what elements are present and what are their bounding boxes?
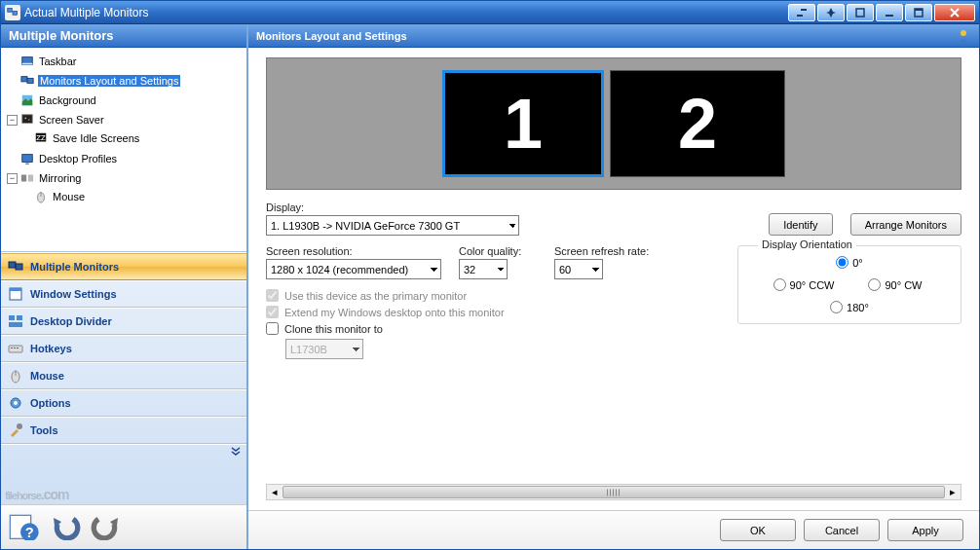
tree-item-screensaver[interactable]: −Screen Saver — [5, 111, 245, 128]
divider-icon — [7, 312, 24, 330]
svg-rect-27 — [10, 288, 21, 291]
help-icon[interactable]: ? — [9, 514, 40, 541]
svg-rect-5 — [886, 15, 893, 17]
collapse-icon[interactable]: − — [7, 173, 18, 184]
svg-rect-4 — [856, 9, 864, 17]
svg-rect-0 — [8, 8, 13, 12]
monitors-preview[interactable]: 1 2 — [266, 57, 961, 190]
clone-checkbox-row[interactable]: Clone this monitor to — [266, 322, 708, 335]
sidebar-header: Multiple Monitors — [1, 24, 246, 48]
dialog-footer: OK Cancel Apply — [248, 510, 979, 549]
monitors-icon — [19, 73, 35, 89]
nav-desktop-divider[interactable]: Desktop Divider — [1, 308, 246, 335]
svg-point-38 — [14, 401, 18, 405]
svg-rect-33 — [14, 348, 16, 348]
extend-desktop-checkbox-row: Extend my Windows desktop onto this moni… — [266, 306, 708, 318]
redo-icon[interactable] — [91, 514, 122, 541]
screensaver-icon — [19, 112, 35, 128]
titlebar[interactable]: Actual Multiple Monitors — [1, 1, 979, 24]
scroll-thumb[interactable] — [283, 486, 945, 498]
extend-desktop-checkbox — [266, 306, 279, 318]
sidebar: Multiple Monitors Taskbar Monitors Layou… — [1, 24, 248, 549]
svg-rect-11 — [27, 78, 33, 83]
refresh-select[interactable]: 60 — [554, 259, 603, 279]
tree-item-background[interactable]: Background — [5, 92, 245, 109]
tree-item-taskbar[interactable]: Taskbar — [5, 53, 245, 70]
extra-button-2[interactable] — [817, 4, 845, 21]
clone-checkbox[interactable] — [266, 322, 279, 335]
minimize-button[interactable] — [876, 4, 903, 21]
svg-rect-30 — [9, 322, 22, 327]
tree-item-mirroring[interactable]: −Mirroring — [5, 169, 245, 187]
svg-rect-20 — [21, 175, 26, 182]
svg-rect-3 — [801, 9, 807, 11]
maximize-button[interactable] — [905, 4, 932, 21]
app-window: Actual Multiple Monitors Multiple Monito… — [0, 0, 980, 550]
nav-options[interactable]: Options — [1, 389, 246, 417]
orient-90cw-radio[interactable]: 90° CW — [849, 278, 941, 291]
svg-point-14 — [24, 117, 26, 119]
svg-rect-1 — [13, 11, 18, 15]
clone-target-select: L1730B — [285, 339, 363, 359]
display-label: Display: — [266, 202, 519, 213]
refresh-label: Screen refresh rate: — [554, 245, 671, 257]
nav-hotkeys[interactable]: Hotkeys — [1, 335, 246, 362]
mouse-icon — [7, 367, 24, 385]
orient-0-radio[interactable]: 0° — [758, 256, 941, 269]
svg-text:?: ? — [25, 525, 34, 540]
scroll-left-arrow[interactable]: ◂ — [267, 485, 283, 499]
resolution-select[interactable]: 1280 x 1024 (recommended) — [266, 259, 441, 279]
svg-rect-13 — [22, 115, 33, 124]
orientation-label: Display Orientation — [758, 238, 856, 250]
nav-expand-toggle[interactable] — [1, 444, 246, 458]
resolution-label: Screen resolution: — [266, 245, 441, 257]
svg-point-39 — [17, 423, 22, 429]
svg-rect-34 — [17, 348, 19, 348]
orient-90ccw-radio[interactable]: 90° CCW — [758, 278, 849, 291]
tree-view[interactable]: Taskbar Monitors Layout and Settings Bac… — [1, 48, 246, 252]
extra-button-3[interactable] — [847, 4, 874, 21]
svg-rect-25 — [16, 264, 22, 270]
collapse-icon[interactable]: − — [7, 115, 18, 126]
ok-button[interactable]: OK — [720, 519, 796, 541]
identify-button[interactable]: Identify — [769, 213, 832, 236]
tree-item-save-idle[interactable]: zzSave Idle Screens — [19, 129, 245, 147]
svg-rect-31 — [9, 346, 22, 352]
tools-icon — [7, 422, 24, 439]
cancel-button[interactable]: Cancel — [804, 519, 880, 541]
orient-180-radio[interactable]: 180° — [758, 301, 941, 313]
nav-multiple-monitors[interactable]: Multiple Monitors — [1, 253, 246, 280]
content-title: Monitors Layout and Settings — [256, 30, 407, 42]
svg-point-43 — [961, 30, 966, 36]
extra-button-1[interactable] — [788, 4, 815, 21]
header-action-icon[interactable] — [956, 28, 971, 44]
apply-button[interactable]: Apply — [887, 519, 963, 541]
primary-monitor-checkbox — [266, 289, 279, 302]
scroll-right-arrow[interactable]: ▸ — [945, 485, 961, 499]
undo-icon[interactable] — [50, 514, 81, 541]
nav-list: Multiple Monitors Window Settings Deskto… — [1, 252, 246, 504]
monitor-1[interactable]: 1 — [442, 70, 604, 177]
content-panel: Monitors Layout and Settings 1 2 Display… — [248, 24, 979, 549]
content-header: Monitors Layout and Settings — [248, 24, 979, 48]
arrange-button[interactable]: Arrange Monitors — [850, 213, 961, 236]
taskbar-icon — [19, 54, 35, 69]
svg-rect-18 — [22, 155, 33, 163]
tree-item-mouse-mirror[interactable]: Mouse — [19, 188, 245, 205]
mouse-icon — [33, 189, 49, 204]
nav-window-settings[interactable]: Window Settings — [1, 280, 246, 308]
monitor-2[interactable]: 2 — [610, 70, 785, 177]
color-label: Color quality: — [459, 245, 537, 257]
display-select[interactable]: 1. L1930B -> NVIDIA GeForce 7300 GT — [266, 215, 519, 236]
svg-rect-24 — [9, 262, 16, 268]
nav-tools[interactable]: Tools — [1, 417, 246, 444]
close-button[interactable] — [934, 4, 975, 21]
color-select[interactable]: 32 — [459, 259, 508, 279]
tree-item-layout[interactable]: Monitors Layout and Settings — [5, 72, 245, 90]
tree-item-profiles[interactable]: Desktop Profiles — [5, 150, 245, 167]
gear-icon — [7, 394, 24, 412]
nav-mouse[interactable]: Mouse — [1, 362, 246, 389]
horizontal-scrollbar[interactable]: ◂ ▸ — [266, 484, 961, 500]
svg-rect-9 — [22, 63, 33, 65]
svg-rect-19 — [25, 163, 29, 165]
